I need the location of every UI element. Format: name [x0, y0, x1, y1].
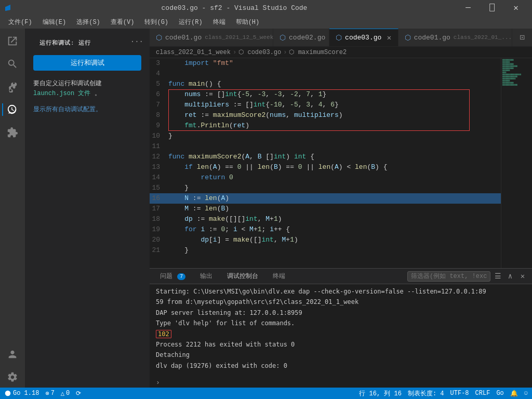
breadcrumb-folder[interactable]: class_2022_01_1_week — [156, 49, 231, 56]
activity-bar — [0, 29, 25, 388]
panel-tabs: 问题 7 输出 调试控制台 终端 ☰ ∧ — [150, 269, 532, 284]
panel-chevron-up[interactable]: ∧ — [505, 271, 515, 282]
error-icon: ⊗ — [45, 390, 49, 397]
activity-settings[interactable] — [2, 367, 23, 388]
menu-help[interactable]: 帮助(H) — [232, 17, 264, 28]
panel-tab-problems[interactable]: 问题 7 — [154, 271, 192, 282]
editor-area: ⬡ code01.go class_2021_12_5_week ⬡ code0… — [150, 29, 532, 388]
tab-code03-go[interactable]: ⬡ code03.go ✕ — [329, 29, 398, 46]
run-debug-button[interactable]: 运行和调试 — [33, 55, 141, 71]
code-line-13: 13 if len(A) == 0 || len(B) == 0 || len(… — [150, 162, 501, 172]
code-box-region: 6 nums := []int{-5, -3, -3, -2, 7, 1} 7 … — [150, 89, 501, 131]
terminal-line-2: 59 from d:\mysetup\gopath\src\sf2\class_… — [156, 297, 526, 307]
tab-label-3: code03.go — [345, 34, 381, 42]
terminal-line-5: Process 2212 has exited with status 0 — [156, 339, 526, 350]
menu-run[interactable]: 运行(R) — [175, 17, 207, 28]
code-line-5: 5 func main() { — [150, 79, 501, 89]
minimize-button[interactable]: — — [456, 0, 480, 16]
activity-search[interactable] — [2, 54, 23, 74]
feedback-icon: ☺ — [524, 390, 528, 397]
status-remote[interactable]: Go 1.18 — [4, 390, 39, 397]
show-all-configs-link[interactable]: 显示所有自动调试配置。 — [25, 103, 150, 116]
go-icon-2: ⬡ — [280, 33, 286, 42]
terminal-input-row: › — [150, 378, 532, 388]
tab-close-button[interactable]: ✕ — [387, 34, 391, 42]
panel-tab-output[interactable]: 输出 — [194, 271, 219, 282]
menu-bar: 文件(F) 编辑(E) 选择(S) 查看(V) 转到(G) 运行(R) 终端 帮… — [0, 16, 532, 29]
status-errors[interactable]: ⊗ 7 — [45, 390, 54, 397]
code-line-4: 4 — [150, 69, 501, 79]
remote-icon — [4, 390, 11, 397]
tab-code01-go-2[interactable]: ⬡ code01.go class_2022_01_... — [398, 29, 512, 46]
panel-content: Starting: C:\Users\MSI\go\bin\dlv.exe da… — [150, 284, 532, 378]
status-line-col[interactable]: 行 16, 列 16 — [359, 389, 402, 398]
menu-view[interactable]: 查看(V) — [107, 17, 139, 28]
status-notifications[interactable]: 🔔 — [510, 390, 518, 397]
output-value: 102 — [156, 330, 171, 338]
line-col-text: 行 16, 列 16 — [359, 389, 402, 398]
sidebar-info: 要自定义运行和调试创建 launch.json 文件 。 — [25, 75, 150, 103]
code-line-7: 7 multipliers := []int{-10, -5, 3, 4, 6} — [150, 100, 501, 110]
panel-close-button[interactable]: ✕ — [517, 271, 528, 282]
eol-text: CRLF — [475, 390, 490, 397]
activity-run-debug[interactable] — [2, 99, 23, 120]
minimap: ████████████████████████████████████████… — [501, 58, 532, 268]
status-eol[interactable]: CRLF — [475, 390, 490, 397]
code-line-12: 12 func maximumScore2(A, B []int) int { — [150, 152, 501, 162]
activity-source-control[interactable] — [2, 76, 23, 97]
status-bar-right: 行 16, 列 16 制表长度: 4 UTF-8 CRLF Go 🔔 ☺ — [359, 389, 528, 398]
terminal-line-output: 102 — [156, 329, 526, 339]
status-sync[interactable]: ⟳ — [76, 390, 81, 397]
code-editor[interactable]: 3 import "fmt" 4 5 func main() { — [150, 58, 532, 268]
go-icon-4: ⬡ — [405, 33, 411, 42]
status-feedback[interactable]: ☺ — [524, 390, 528, 397]
terminal-line-7: dlv dap (19276) exited with code: 0 — [156, 361, 526, 371]
sidebar-title: 运行和调试: 运行 — [31, 34, 99, 49]
code-line-9: 9 fmt.Println(ret) — [150, 121, 501, 131]
status-tab-size[interactable]: 制表长度: 4 — [408, 389, 444, 398]
launch-json-link[interactable]: launch.json 文件 — [33, 90, 90, 97]
panel-list-icon[interactable]: ☰ — [493, 271, 503, 282]
code-line-11: 11 — [150, 141, 501, 152]
code-line-21: 21 } — [150, 245, 501, 256]
breadcrumb-file[interactable]: ⬡ code03.go — [238, 48, 281, 56]
status-encoding[interactable]: UTF-8 — [450, 390, 469, 397]
error-count: 7 — [51, 390, 55, 397]
code-line-17: 17 M := len(B) — [150, 204, 501, 214]
tab-size-text: 制表长度: 4 — [408, 389, 444, 398]
split-editor-icon[interactable]: ⊡ — [516, 32, 528, 43]
status-warnings[interactable]: △ 0 — [61, 390, 70, 397]
activity-explorer[interactable] — [2, 31, 23, 51]
activity-account[interactable] — [2, 344, 23, 365]
terminal-input[interactable] — [163, 379, 526, 387]
go-icon: ⬡ — [156, 33, 162, 42]
panel-filter-input[interactable] — [407, 271, 490, 282]
window-controls: — ⎕ ✕ — [456, 0, 528, 16]
terminal-line-4: Type 'dlv help' for list of commands. — [156, 318, 526, 328]
status-bar: Go 1.18 ⊗ 7 △ 0 ⟳ 行 16, 列 16 制表长度: 4 UTF… — [0, 388, 532, 399]
warning-icon: △ — [61, 390, 64, 397]
status-language[interactable]: Go — [496, 390, 503, 397]
sidebar-info-text: 要自定义运行和调试创建 — [33, 80, 102, 87]
terminal-line-1: Starting: C:\Users\MSI\go\bin\dlv.exe da… — [156, 286, 526, 297]
restore-button[interactable]: ⎕ — [480, 0, 504, 16]
panel-tab-terminal[interactable]: 终端 — [267, 271, 291, 282]
menu-edit[interactable]: 编辑(E) — [38, 17, 71, 28]
panel-tab-debug-console[interactable]: 调试控制台 — [221, 271, 264, 282]
breadcrumb-symbol[interactable]: ⬡ maximumScore2 — [289, 48, 347, 56]
menu-terminal[interactable]: 终端 — [209, 17, 230, 28]
close-button[interactable]: ✕ — [504, 0, 528, 16]
code-line-16: 16 N := len(A) — [150, 193, 501, 204]
tab-code02-go[interactable]: ⬡ code02.go — [273, 29, 329, 46]
code-line-10: 10 } — [150, 131, 501, 141]
menu-file[interactable]: 文件(F) — [4, 17, 36, 28]
tabs-bar: ⬡ code01.go class_2021_12_5_week ⬡ code0… — [150, 29, 532, 47]
sidebar-more-button[interactable]: ··· — [130, 37, 143, 46]
language-text: Go — [496, 390, 503, 397]
sidebar: 运行和调试: 运行 ··· 运行和调试 要自定义运行和调试创建 launch.j… — [25, 29, 150, 388]
tabs-end: ⊡ — [512, 29, 532, 46]
menu-select[interactable]: 选择(S) — [72, 17, 104, 28]
tab-code01-go[interactable]: ⬡ code01.go class_2021_12_5_week — [150, 29, 273, 46]
menu-goto[interactable]: 转到(G) — [140, 17, 172, 28]
activity-extensions[interactable] — [2, 122, 23, 143]
